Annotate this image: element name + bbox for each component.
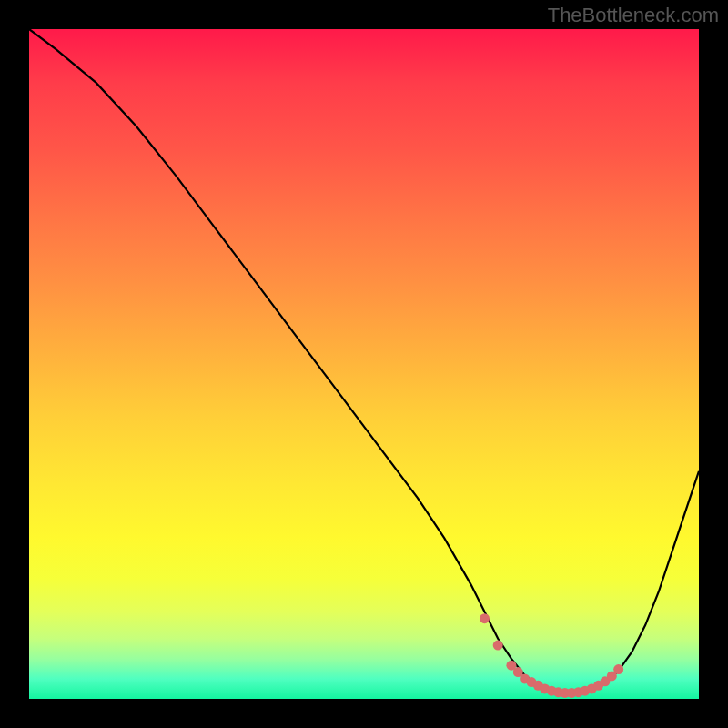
marker-dot: [493, 641, 503, 651]
marker-dots: [480, 613, 623, 698]
chart-svg: [29, 29, 699, 699]
marker-dot: [480, 613, 490, 623]
plot-area: [29, 29, 699, 699]
watermark-text: TheBottleneck.com: [548, 4, 719, 27]
main-curve-line: [29, 29, 699, 693]
marker-dot: [613, 664, 623, 674]
